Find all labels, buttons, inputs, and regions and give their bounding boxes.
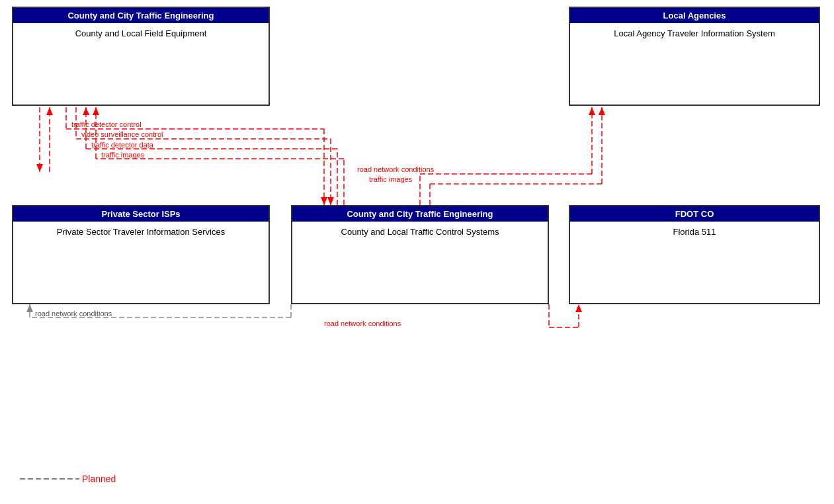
- planned-legend-label: Planned: [82, 474, 116, 484]
- svg-text:road network conditions: road network conditions: [324, 319, 401, 327]
- svg-marker-13: [83, 107, 89, 115]
- svg-text:video surveillance control: video surveillance control: [81, 130, 163, 138]
- svg-marker-8: [327, 197, 334, 205]
- svg-marker-43: [36, 164, 43, 172]
- private-sector-header: Private Sector ISPs: [13, 206, 269, 222]
- fdot-node: FDOT CO Florida 511: [569, 205, 820, 304]
- svg-text:traffic images: traffic images: [369, 175, 413, 183]
- local-agencies-header: Local Agencies: [570, 8, 819, 23]
- svg-text:road network conditions: road network conditions: [357, 165, 435, 173]
- county-control-header: County and City Traffic Engineering: [292, 206, 548, 222]
- planned-legend: Planned: [20, 474, 116, 484]
- svg-marker-42: [46, 107, 53, 115]
- planned-legend-icon: [20, 474, 79, 483]
- svg-text:traffic detector data: traffic detector data: [91, 141, 154, 149]
- local-agencies-body: Local Agency Traveler Information System: [570, 23, 819, 89]
- svg-text:road network conditions: road network conditions: [35, 310, 112, 317]
- private-sector-body: Private Sector Traveler Information Serv…: [13, 222, 269, 288]
- svg-marker-3: [321, 197, 327, 205]
- private-sector-node: Private Sector ISPs Private Sector Trave…: [12, 205, 270, 304]
- county-control-node: County and City Traffic Engineering Coun…: [291, 205, 549, 304]
- county-control-body: County and Local Traffic Control Systems: [292, 222, 548, 288]
- svg-text:traffic detector control: traffic detector control: [71, 120, 142, 128]
- svg-marker-38: [575, 304, 582, 312]
- fdot-body: Florida 511: [570, 222, 819, 288]
- svg-marker-18: [93, 107, 99, 115]
- county-field-node: County and City Traffic Engineering Coun…: [12, 7, 270, 106]
- local-agencies-node: Local Agencies Local Agency Traveler Inf…: [569, 7, 820, 106]
- svg-marker-23: [589, 107, 595, 115]
- svg-marker-28: [599, 107, 605, 115]
- diagram-container: traffic detector control video surveilla…: [0, 0, 834, 504]
- legend: Planned: [20, 474, 116, 484]
- county-field-header: County and City Traffic Engineering: [13, 8, 269, 23]
- county-field-body: County and Local Field Equipment: [13, 23, 269, 89]
- svg-text:traffic images: traffic images: [101, 151, 145, 159]
- fdot-header: FDOT CO: [570, 206, 819, 222]
- svg-marker-33: [26, 304, 33, 312]
